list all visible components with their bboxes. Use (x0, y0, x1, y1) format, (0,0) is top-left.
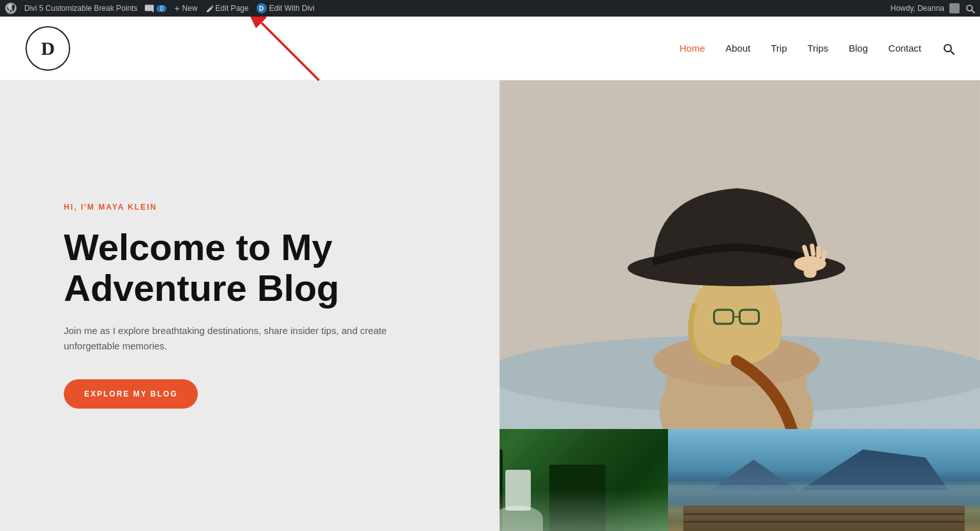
user-avatar (949, 3, 960, 13)
new-item[interactable]: + New (174, 3, 197, 13)
search-icon-nav[interactable] (942, 42, 954, 55)
preview-forest (500, 429, 667, 531)
hero-subtitle: HI, I'M MAYA KLEIN (64, 203, 396, 212)
nav-trip[interactable]: Trip (771, 43, 787, 54)
search-icon-adminbar[interactable] (965, 3, 975, 13)
explore-blog-button[interactable]: EXPLORE MY BLOG (64, 379, 198, 409)
hero-content: HI, I'M MAYA KLEIN Welcome to My Adventu… (64, 203, 396, 409)
wp-icon (5, 3, 17, 14)
divi-badge-icon: D (256, 3, 267, 13)
site-nav: Home About Trip Trips Blog Contact (679, 42, 954, 55)
wp-logo-item[interactable] (5, 3, 17, 14)
admin-bar-right: Howdy, Deanna (891, 3, 976, 13)
svg-rect-15 (804, 259, 817, 278)
comments-item[interactable]: 0 (145, 4, 167, 13)
svg-line-17 (812, 246, 813, 254)
edit-with-divi-item[interactable]: D Edit With Divi (256, 3, 315, 13)
nav-contact[interactable]: Contact (888, 43, 921, 54)
hero-description: Join me as I explore breathtaking destin… (64, 323, 396, 354)
nav-about[interactable]: About (725, 43, 750, 54)
hero-title-line1: Welcome to My (64, 226, 332, 268)
nav-blog[interactable]: Blog (849, 43, 868, 54)
bottom-preview-strip (500, 429, 980, 531)
comment-count: 0 (156, 5, 167, 12)
svg-line-16 (805, 247, 807, 256)
nav-trips[interactable]: Trips (807, 43, 828, 54)
hero-title: Welcome to My Adventure Blog (64, 227, 396, 309)
hero-section: HI, I'M MAYA KLEIN Welcome to My Adventu… (0, 80, 980, 531)
logo-letter: D (41, 38, 55, 59)
hero-left: HI, I'M MAYA KLEIN Welcome to My Adventu… (0, 80, 500, 531)
comments-icon (145, 4, 154, 13)
admin-bar: Divi 5 Customizable Break Points 0 + New… (0, 0, 980, 17)
site-logo[interactable]: D (26, 26, 70, 71)
edit-icon (205, 4, 213, 12)
svg-line-19 (823, 252, 825, 260)
hero-right (500, 80, 980, 531)
preview-lake (668, 429, 980, 531)
site-header: D Home About Trip Trips Blog Contact (0, 17, 980, 80)
divi-label[interactable]: Divi 5 Customizable Break Points (24, 4, 137, 13)
hero-title-line2: Adventure Blog (64, 267, 339, 309)
nav-home[interactable]: Home (679, 43, 705, 54)
edit-page-item[interactable]: Edit Page (205, 4, 249, 13)
logo-circle: D (26, 26, 70, 71)
howdy-label: Howdy, Deanna (891, 4, 945, 13)
